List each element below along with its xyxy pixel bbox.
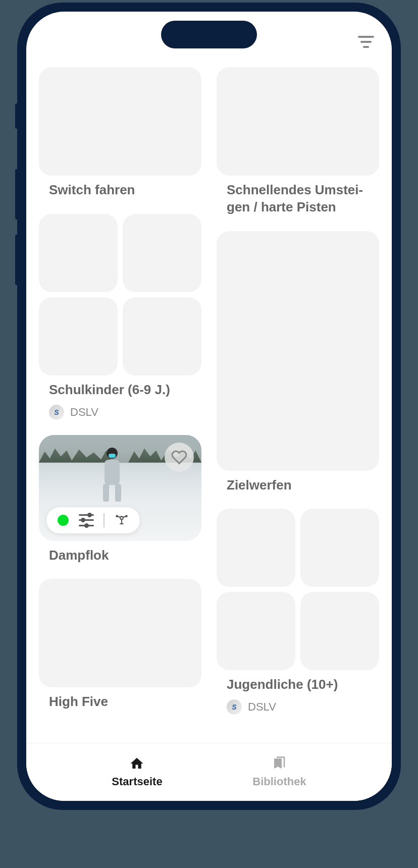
org-logo-icon: S [227,699,242,715]
card-dampflok[interactable]: Dampflok [39,435,201,564]
thumbnail-cell [123,297,201,375]
card-meta: S DSLV [217,699,379,715]
card-title: Schulkinder (6-9 J.) [39,382,201,399]
divider [103,513,104,527]
content-scroll[interactable]: Switch fahren Schulkinder (6-9 J.) S D [26,62,392,743]
home-icon [129,756,144,771]
side-button [15,103,18,129]
phone-frame: Switch fahren Schulkinder (6-9 J.) S D [17,3,401,810]
heart-icon [171,449,187,465]
filter-icon[interactable] [358,36,374,48]
right-column: Schnellendes Umstei­gen / harte Pisten Z… [217,67,379,715]
card-thumbnail [39,67,201,176]
notch [161,21,257,48]
nav-label: Startseite [112,775,162,788]
card-switch-fahren[interactable]: Switch fahren [39,67,201,199]
nav-home[interactable]: Startseite [112,756,162,788]
card-thumbnail-grid [217,509,379,670]
bottom-nav: Startseite Bibliothek [26,743,392,801]
side-button [15,169,18,220]
nav-library[interactable]: Bibliothek [252,756,306,788]
card-grid: Switch fahren Schulkinder (6-9 J.) S D [39,67,379,715]
card-controls [46,507,140,533]
card-thumbnail-grid [39,214,201,375]
left-column: Switch fahren Schulkinder (6-9 J.) S D [39,67,201,715]
thumbnail-cell [300,592,379,670]
svg-point-5 [126,515,127,517]
org-logo-icon: S [49,405,64,420]
thumbnail-cell [39,214,118,292]
card-schulkinder[interactable]: Schulkinder (6-9 J.) S DSLV [39,214,201,420]
card-schnellendes-umsteigen[interactable]: Schnellendes Umstei­gen / harte Pisten [217,67,379,216]
bookmark-stack-icon [272,756,287,771]
card-jugendliche[interactable]: Jugendliche (10+) S DSLV [217,509,379,715]
svg-point-0 [120,516,123,519]
card-title: Jugendliche (10+) [217,676,379,693]
card-title: Zielwerfen [217,477,379,494]
card-title: Dampflok [39,547,201,564]
card-title: High Five [39,693,201,711]
card-meta: S DSLV [39,405,201,420]
status-dot-icon [58,515,69,526]
card-thumbnail [217,231,379,471]
thumbnail-cell [39,297,118,375]
sliders-icon[interactable] [79,514,94,526]
card-thumbnail [39,579,201,687]
side-button [15,235,18,285]
drone-icon[interactable] [115,513,129,527]
card-title: Switch fahren [39,182,201,199]
photo-skier [100,448,123,498]
thumbnail-cell [217,592,295,670]
screen: Switch fahren Schulkinder (6-9 J.) S D [26,12,392,801]
thumbnail-cell [300,509,379,587]
org-name: DSLV [248,700,276,714]
thumbnail-cell [217,509,295,587]
card-photo [39,435,201,541]
card-high-five[interactable]: High Five [39,579,201,711]
favorite-button[interactable] [165,443,194,472]
thumbnail-cell [123,214,201,292]
card-title: Schnellendes Umstei­gen / harte Pisten [217,182,379,216]
card-thumbnail [217,67,379,176]
card-zielwerfen[interactable]: Zielwerfen [217,231,379,494]
nav-label: Bibliothek [252,775,306,788]
svg-point-4 [116,515,118,517]
org-name: DSLV [70,406,98,419]
